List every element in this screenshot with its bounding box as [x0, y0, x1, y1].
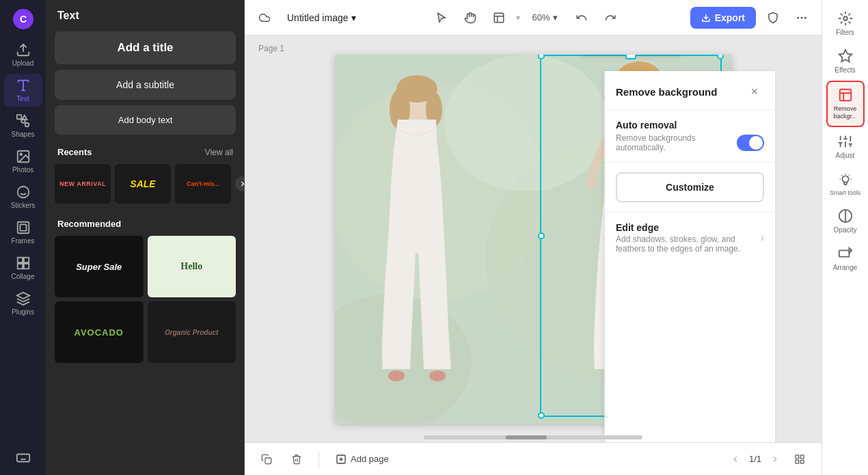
- remove-bg-label: Remove backgr...: [830, 105, 860, 120]
- page-nav: 1/1: [727, 448, 811, 470]
- svg-rect-55: [796, 455, 799, 459]
- svg-rect-14: [20, 224, 26, 230]
- recommended-grid: Super Sale Hello AVOCADO Organic Product: [46, 233, 244, 368]
- filters-label: Filters: [836, 29, 854, 36]
- close-panel-button[interactable]: ×: [745, 82, 764, 101]
- sidebar-item-keyboard[interactable]: [4, 446, 42, 470]
- add-subtitle-button[interactable]: Add a subtitle: [55, 70, 236, 100]
- edit-edge-title: Edit edge: [616, 222, 761, 233]
- document-title-text: Untitled image: [287, 12, 349, 23]
- sidebar-item-shapes[interactable]: Shapes: [4, 109, 42, 142]
- smart-tools-label: Smart tools: [830, 189, 861, 197]
- sale-text: SALE: [130, 178, 155, 189]
- svg-point-23: [801, 16, 803, 18]
- rec-card-organic[interactable]: Organic Product: [148, 301, 236, 363]
- document-title-arrow: ▾: [351, 12, 356, 23]
- svg-point-24: [804, 16, 806, 18]
- recent-card-sale[interactable]: SALE: [115, 164, 171, 204]
- view-all-button[interactable]: View all: [205, 148, 233, 157]
- recents-row: NEW ARRIVAL SALE Can't-mis...: [46, 161, 244, 209]
- customize-section: Customize: [605, 163, 775, 213]
- figure-left-svg: [355, 75, 492, 417]
- recents-label: Recents: [57, 147, 92, 157]
- svg-rect-58: [800, 460, 804, 463]
- left-sidebar: C Upload Text Shapes: [0, 0, 46, 475]
- sidebar-item-smart-tools[interactable]: Smart tools: [826, 166, 865, 202]
- svg-rect-57: [796, 460, 799, 463]
- rec-card-avocado[interactable]: AVOCADO: [55, 301, 144, 363]
- view-options-button[interactable]: [487, 6, 511, 29]
- customize-button[interactable]: Customize: [616, 172, 764, 202]
- new-arrival-text: NEW ARRIVAL: [57, 179, 109, 189]
- copy-bottom-button[interactable]: [256, 448, 277, 470]
- recent-card-cantmiss[interactable]: Can't-mis...: [175, 164, 231, 204]
- document-title[interactable]: Untitled image ▾: [282, 10, 362, 26]
- sidebar-item-collage[interactable]: Collage: [4, 252, 42, 284]
- auto-removal-section: Auto removal Remove backgrounds automati…: [605, 110, 775, 163]
- panel-title: Remove background: [616, 86, 717, 98]
- sidebar-item-remove-bg[interactable]: Remove backgr...: [826, 81, 865, 127]
- export-button[interactable]: Export: [690, 7, 756, 29]
- edit-edge-info: Edit edge Add shadows, strokes, glow, an…: [616, 222, 761, 254]
- sidebar-item-opacity[interactable]: Opacity: [826, 203, 865, 239]
- sidebar-item-upload[interactable]: Upload: [4, 38, 42, 71]
- canvas-wrapper[interactable]: Page 1: [245, 36, 822, 442]
- svg-point-10: [17, 187, 29, 198]
- svg-rect-13: [17, 222, 29, 234]
- svg-rect-60: [839, 90, 851, 101]
- hand-tool-button[interactable]: [459, 6, 482, 29]
- auto-removal-toggle[interactable]: [737, 135, 764, 151]
- zoom-button[interactable]: 60% ▾: [526, 10, 565, 25]
- cloud-save-button[interactable]: [253, 6, 276, 29]
- sidebar-item-arrange[interactable]: Arrange: [826, 241, 865, 277]
- grid-view-button[interactable]: [789, 448, 811, 470]
- sidebar-item-photos[interactable]: Photos: [4, 145, 42, 178]
- svg-rect-19: [16, 454, 29, 462]
- auto-removal-desc: Remove backgrounds automatically.: [616, 133, 737, 152]
- rec-card-hello[interactable]: Hello: [148, 236, 236, 297]
- svg-point-7: [25, 123, 29, 127]
- svg-point-59: [843, 16, 847, 21]
- rec-card-super-sale[interactable]: Super Sale: [55, 236, 144, 297]
- app-logo[interactable]: C: [4, 5, 42, 33]
- svg-point-22: [797, 16, 799, 18]
- sidebar-item-filters[interactable]: Filters: [826, 5, 865, 42]
- arrange-label: Arrange: [833, 264, 858, 271]
- svg-rect-15: [17, 258, 22, 262]
- sidebar-item-text[interactable]: Text: [4, 74, 42, 107]
- add-body-button[interactable]: Add body text: [55, 105, 236, 135]
- text-panel-title: Text: [46, 0, 244, 29]
- right-sidebar: Filters Effects Remove backgr... Adjust …: [822, 0, 868, 475]
- zoom-level: 60%: [532, 12, 550, 23]
- sidebar-item-plugins[interactable]: Plugins: [4, 287, 42, 320]
- scrollbar-thumb[interactable]: [506, 435, 547, 439]
- canvas-area: Untitled image ▾: [245, 0, 822, 475]
- shield-button[interactable]: [761, 6, 785, 29]
- recents-section-header: Recents View all: [46, 137, 244, 161]
- sidebar-item-effects[interactable]: Effects: [826, 43, 865, 79]
- recommended-label: Recommended: [57, 219, 121, 229]
- horizontal-scrollbar[interactable]: [424, 435, 642, 439]
- redo-button[interactable]: [599, 6, 622, 29]
- recent-card-new-arrival[interactable]: NEW ARRIVAL: [55, 164, 111, 204]
- edit-edge-row[interactable]: Edit edge Add shadows, strokes, glow, an…: [605, 213, 775, 263]
- sidebar-item-stickers[interactable]: Stickers: [4, 180, 42, 213]
- delete-button[interactable]: [286, 448, 308, 470]
- svg-point-36: [429, 370, 446, 381]
- sidebar-item-frames[interactable]: Frames: [4, 216, 42, 249]
- prev-page-button[interactable]: [727, 451, 744, 467]
- svg-rect-17: [17, 264, 22, 269]
- svg-text:C: C: [19, 14, 26, 25]
- bottom-bar: Add page 1/1: [245, 442, 822, 475]
- select-tool-button[interactable]: [430, 6, 453, 29]
- add-title-button[interactable]: Add a title: [55, 31, 236, 64]
- undo-button[interactable]: [570, 6, 593, 29]
- recents-scroll-right[interactable]: [235, 176, 245, 191]
- recommended-section-header: Recommended: [46, 209, 244, 233]
- more-options-button[interactable]: [790, 6, 813, 29]
- add-page-button[interactable]: Add page: [330, 451, 394, 467]
- next-page-button[interactable]: [767, 451, 783, 467]
- sidebar-item-adjust[interactable]: Adjust: [826, 128, 865, 165]
- top-bar: Untitled image ▾: [245, 0, 822, 36]
- divider: [318, 451, 319, 467]
